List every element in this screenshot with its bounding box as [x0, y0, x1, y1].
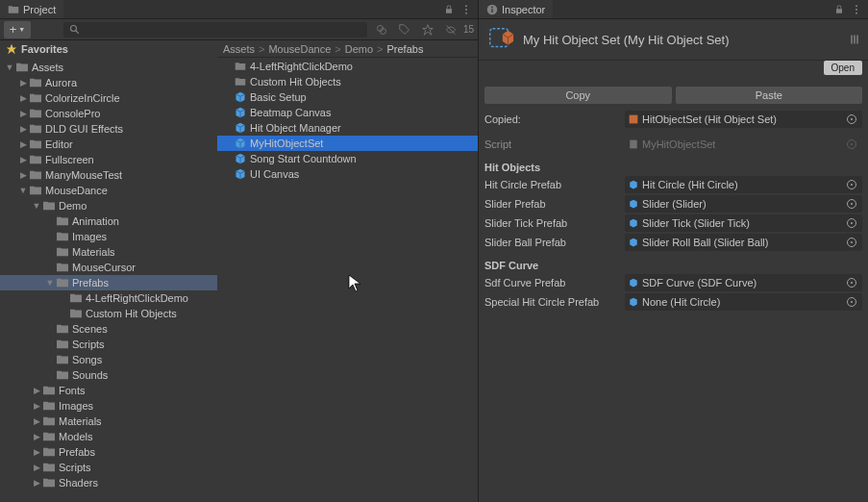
object-field[interactable]: None (Hit Circle) [625, 293, 862, 311]
tree-item[interactable]: Scripts [0, 460, 217, 475]
expand-arrow-icon[interactable] [17, 78, 29, 88]
expand-arrow-icon[interactable] [31, 432, 42, 441]
file-item-label: Custom Hit Objects [250, 76, 341, 88]
preset-icon[interactable] [849, 34, 860, 45]
file-item[interactable]: Custom Hit Objects [217, 74, 478, 89]
expand-arrow-icon[interactable] [31, 401, 42, 411]
tree-item[interactable]: MouseDance [0, 183, 217, 198]
tree-item[interactable]: ConsolePro [0, 106, 217, 121]
menu-icon[interactable] [851, 4, 862, 15]
file-item[interactable]: Basic Setup [217, 89, 478, 105]
object-picker-button[interactable] [845, 113, 858, 126]
expand-arrow-icon[interactable] [31, 386, 42, 395]
tree-item[interactable]: Models [0, 429, 217, 444]
object-field-value: Slider Roll Ball (Slider Ball) [642, 237, 768, 248]
tree-item[interactable]: Images [0, 398, 217, 414]
tree-item[interactable]: Scripts [0, 337, 217, 352]
hidden-assets-toggle[interactable] [440, 22, 461, 38]
tree-item[interactable]: MouseCursor [0, 260, 217, 275]
paste-button[interactable]: Paste [676, 87, 863, 104]
expand-arrow-icon[interactable] [17, 170, 29, 180]
tree-item[interactable]: Fullscreen [0, 152, 217, 167]
tree-item[interactable]: Aurora [0, 75, 217, 90]
favorites-header[interactable]: Favorites [0, 40, 217, 58]
tree-item[interactable]: Sounds [0, 367, 217, 383]
save-star-button[interactable] [417, 22, 438, 38]
search-input[interactable] [63, 22, 367, 38]
object-picker-button[interactable] [845, 178, 858, 191]
file-item[interactable]: Song Start Countdown [217, 151, 478, 166]
object-picker-button[interactable] [845, 295, 858, 309]
breadcrumb-item[interactable]: Prefabs [387, 43, 424, 55]
tree-item-label: Prefabs [72, 277, 109, 289]
tree-item-label: Scripts [59, 462, 91, 473]
expand-arrow-icon[interactable] [17, 186, 29, 195]
tree-item[interactable]: Animation [0, 213, 217, 229]
file-item[interactable]: 4-LeftRightClickDemo [217, 59, 478, 74]
tree-item[interactable]: ColorizeInCircle [0, 90, 217, 106]
copy-button[interactable]: Copy [484, 87, 672, 104]
object-picker-button[interactable] [845, 276, 858, 289]
tree-item[interactable]: Songs [0, 352, 217, 367]
tree-item[interactable]: Fonts [0, 383, 217, 398]
file-item-label: 4-LeftRightClickDemo [250, 61, 353, 72]
breadcrumb-item[interactable]: Assets [223, 43, 255, 55]
expand-arrow-icon[interactable] [31, 478, 42, 488]
copied-field[interactable]: HitObjectSet (Hit Object Set) [625, 111, 862, 128]
breadcrumb-item[interactable]: Demo [345, 43, 373, 55]
expand-arrow-icon[interactable] [31, 463, 42, 472]
tree-item[interactable]: Images [0, 229, 217, 244]
tree-item[interactable]: Editor [0, 137, 217, 152]
copied-label: Copied: [484, 113, 621, 125]
file-item[interactable]: Hit Object Manager [217, 120, 478, 136]
expand-arrow-icon[interactable] [17, 155, 29, 164]
expand-arrow-icon[interactable] [17, 109, 29, 118]
tree-item[interactable]: Demo [0, 198, 217, 213]
object-field[interactable]: Slider Roll Ball (Slider Ball) [625, 234, 862, 251]
tree-item[interactable]: 4-LeftRightClickDemo [0, 290, 217, 306]
expand-arrow-icon[interactable] [17, 139, 29, 149]
svg-rect-18 [630, 140, 637, 149]
property-label: Sdf Curve Prefab [484, 277, 621, 289]
expand-arrow-icon[interactable] [31, 416, 42, 426]
expand-arrow-icon[interactable] [4, 63, 15, 72]
tree-item[interactable]: Prefabs [0, 275, 217, 290]
object-field[interactable]: SDF Curve (SDF Curve) [625, 274, 862, 291]
expand-arrow-icon[interactable] [17, 93, 29, 103]
filter-by-label-button[interactable] [394, 22, 415, 38]
tree-item[interactable]: DLD GUI Effects [0, 121, 217, 137]
tree-item[interactable]: Custom Hit Objects [0, 306, 217, 321]
tree-item[interactable]: Scenes [0, 321, 217, 337]
add-asset-button[interactable]: + ▼ [4, 21, 31, 38]
file-item[interactable]: UI Canvas [217, 166, 478, 182]
lock-icon[interactable] [443, 4, 455, 15]
lock-icon[interactable] [833, 4, 845, 15]
tab-project[interactable]: Project [0, 0, 63, 18]
filter-by-type-button[interactable] [371, 22, 392, 38]
tree-item[interactable]: Assets [0, 60, 217, 75]
object-field[interactable]: Hit Circle (Hit Circle) [625, 176, 862, 193]
file-item[interactable]: MyHitObjectSet [217, 136, 478, 151]
tree-item[interactable]: ManyMouseTest [0, 167, 217, 183]
file-item[interactable]: Beatmap Canvas [217, 105, 478, 120]
object-picker-button[interactable] [845, 197, 858, 211]
tab-inspector[interactable]: Inspector [479, 0, 553, 18]
object-field[interactable]: Slider Tick (Slider Tick) [625, 214, 862, 232]
menu-icon[interactable] [460, 4, 472, 15]
open-button[interactable]: Open [824, 61, 862, 75]
breadcrumb-item[interactable]: MouseDance [268, 43, 331, 55]
expand-arrow-icon[interactable] [31, 447, 42, 457]
object-picker-button[interactable] [845, 216, 858, 230]
object-picker-button[interactable] [845, 236, 858, 249]
tree-item-label: Fullscreen [45, 154, 94, 165]
tree-item[interactable]: Materials [0, 414, 217, 429]
expand-arrow-icon[interactable] [44, 278, 56, 288]
property-label: Special Hit Circle Prefab [484, 296, 621, 308]
svg-point-11 [856, 9, 857, 11]
expand-arrow-icon[interactable] [31, 201, 42, 211]
expand-arrow-icon[interactable] [17, 124, 29, 134]
tree-item[interactable]: Materials [0, 244, 217, 260]
tree-item[interactable]: Shaders [0, 475, 217, 490]
tree-item[interactable]: Prefabs [0, 444, 217, 460]
object-field[interactable]: Slider (Slider) [625, 195, 862, 213]
